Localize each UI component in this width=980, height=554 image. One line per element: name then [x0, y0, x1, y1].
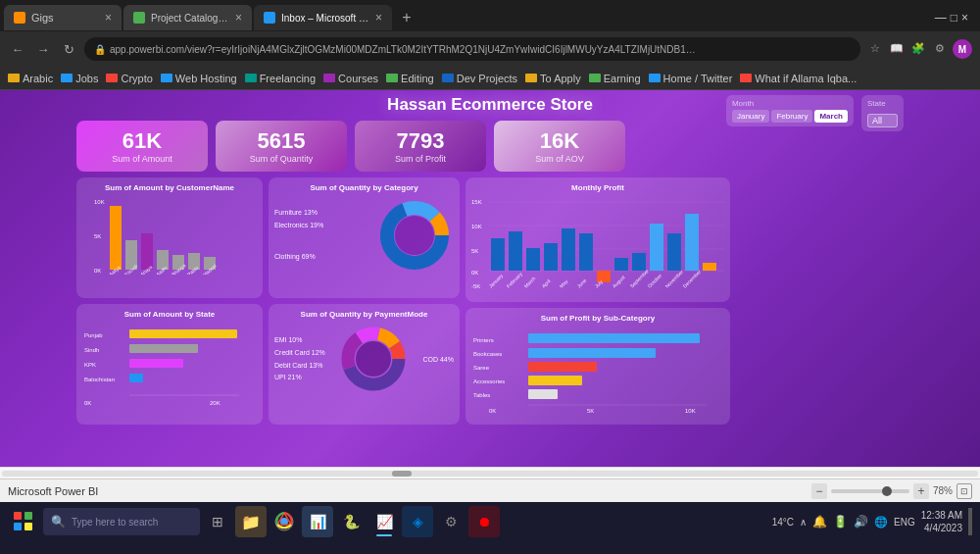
- forward-button[interactable]: →: [33, 39, 53, 59]
- month-january-btn[interactable]: January: [732, 110, 769, 123]
- bookmark-editing[interactable]: Editing: [386, 73, 434, 84]
- bookmark-webhosting-icon: [161, 74, 172, 82]
- svg-text:Bookcases: Bookcases: [473, 351, 502, 357]
- nav-bar: ← → ↻ 🔒 app.powerbi.com/view?r=eyIrIjoiN…: [0, 31, 980, 67]
- bookmark-devprojects[interactable]: Dev Projects: [442, 73, 517, 84]
- bookmark-earning-icon: [589, 74, 601, 82]
- svg-rect-48: [509, 231, 522, 271]
- bookmark-crypto[interactable]: Crypto: [106, 73, 152, 84]
- svg-rect-54: [614, 258, 628, 271]
- taskbar-search-box[interactable]: 🔍 Type here to search: [43, 508, 200, 535]
- show-desktop-button[interactable]: [968, 508, 972, 535]
- bookmark-icon[interactable]: 📖: [888, 39, 906, 57]
- tab-close-powerbi[interactable]: ×: [375, 11, 382, 25]
- svg-text:5K: 5K: [94, 233, 101, 239]
- svg-text:January: January: [487, 273, 504, 289]
- svg-rect-59: [703, 263, 716, 271]
- svg-rect-26: [129, 374, 143, 382]
- zoom-slider[interactable]: [831, 489, 909, 493]
- bookmark-home-twitter[interactable]: Home / Twitter: [649, 73, 733, 84]
- bookmark-editing-label: Editing: [401, 73, 434, 84]
- network-icon[interactable]: 🌐: [874, 516, 888, 529]
- svg-text:-5K: -5K: [471, 283, 480, 289]
- tab-favicon-gigs: [14, 12, 25, 24]
- bookmark-arabic-label: Arabic: [23, 73, 53, 84]
- reload-button[interactable]: ↻: [59, 39, 78, 59]
- task-view-button[interactable]: ⊞: [204, 508, 231, 535]
- settings-icon[interactable]: ⚙: [931, 39, 949, 57]
- tab-powerbi[interactable]: Inbox – Microsoft Power BI ×: [254, 5, 392, 30]
- svg-rect-50: [544, 243, 558, 271]
- bookmark-jobs[interactable]: Jobs: [61, 73, 98, 84]
- tab-close-upwork[interactable]: ×: [235, 11, 242, 25]
- maximize-button[interactable]: □: [951, 11, 957, 25]
- svg-text:May: May: [558, 277, 568, 288]
- taskbar-settings-icon[interactable]: ⚙: [435, 506, 466, 537]
- kpi-amount-label: Sum of Amount: [88, 154, 196, 164]
- bookmark-home-twitter-icon: [649, 74, 661, 82]
- zoom-minus-button[interactable]: −: [811, 483, 827, 499]
- notification-icon[interactable]: 🔔: [812, 515, 827, 529]
- address-bar[interactable]: 🔒 app.powerbi.com/view?r=eyIrIjoiNjA4MGl…: [84, 37, 860, 61]
- bottom-bar: Microsoft Power BI − + 78% ⊡: [0, 478, 980, 502]
- bookmark-courses[interactable]: Courses: [323, 73, 378, 84]
- profit-by-subcategory-title: Sum of Profit by Sub-Category: [471, 314, 724, 323]
- tab-favicon-powerbi: [264, 12, 275, 24]
- svg-rect-58: [685, 214, 699, 271]
- state-select[interactable]: All: [867, 114, 898, 127]
- bookmark-devprojects-icon: [442, 74, 454, 82]
- bookmark-webhosting[interactable]: Web Hosting: [161, 73, 237, 84]
- kpi-aov-value: 16K: [506, 128, 613, 154]
- svg-text:October: October: [646, 273, 662, 289]
- powerbi-app-label: Microsoft Power BI: [8, 485, 98, 497]
- start-button[interactable]: [8, 506, 39, 537]
- taskbar-vscode-icon[interactable]: ◈: [402, 506, 433, 537]
- month-filter: Month January February March: [726, 95, 854, 126]
- minimize-button[interactable]: —: [935, 11, 947, 25]
- bookmark-toapply[interactable]: To Apply: [525, 73, 581, 84]
- new-tab-button[interactable]: +: [394, 5, 419, 30]
- fit-to-screen-button[interactable]: ⊡: [956, 483, 972, 499]
- taskbar-record-icon[interactable]: ⏺: [468, 506, 500, 537]
- bookmark-freelancing[interactable]: Freelancing: [245, 73, 316, 84]
- taskbar-apps: 📁 📊 🐍 📈 ◈: [235, 506, 500, 537]
- scrollbar-thumb[interactable]: [392, 471, 412, 477]
- close-button[interactable]: ×: [961, 11, 968, 25]
- kpi-amount: 61K Sum of Amount: [76, 121, 208, 172]
- zoom-thumb[interactable]: [882, 486, 892, 496]
- bookmark-earning-label: Earning: [604, 73, 641, 84]
- profile-avatar[interactable]: M: [953, 39, 972, 59]
- bookmark-crypto-label: Crypto: [121, 73, 152, 84]
- volume-icon[interactable]: 🔊: [854, 515, 868, 529]
- taskbar-taskbar3-icon[interactable]: 📊: [302, 506, 333, 537]
- tab-bar: Gigs × Project Catalog | Upwork × Inbox …: [0, 0, 980, 31]
- bookmark-allama[interactable]: What if Allama Iqba...: [740, 73, 857, 84]
- svg-text:KPK: KPK: [84, 362, 96, 368]
- svg-text:0K: 0K: [471, 270, 478, 276]
- svg-text:Printers: Printers: [473, 337, 494, 343]
- electronics-label: Electronics 19%: [274, 220, 323, 232]
- amount-by-state-chart: 0K 20K Punjab Sindh KPK Balochistan: [82, 323, 254, 406]
- scrollbar-track[interactable]: [2, 471, 978, 477]
- taskbar-explorer-icon[interactable]: 📁: [235, 506, 267, 537]
- arrow-up-icon[interactable]: ∧: [800, 517, 807, 528]
- taskbar-chrome-icon[interactable]: [269, 506, 300, 537]
- month-february-btn[interactable]: February: [771, 110, 812, 123]
- svg-rect-22: [129, 344, 198, 353]
- bookmark-earning[interactable]: Earning: [589, 73, 641, 84]
- tab-close-gigs[interactable]: ×: [105, 11, 112, 25]
- current-time: 12:38 AM: [921, 509, 962, 522]
- taskbar-powerbi-icon[interactable]: 📈: [368, 506, 400, 537]
- furniture-label: Furniture 13%: [274, 207, 323, 220]
- tab-gigs[interactable]: Gigs ×: [4, 5, 122, 30]
- bookmark-arabic[interactable]: Arabic: [8, 73, 53, 84]
- qty-by-category-card: Sum of Quantity by Category Furniture 13…: [269, 177, 460, 298]
- extensions-icon[interactable]: 🧩: [909, 39, 927, 57]
- tab-upwork[interactable]: Project Catalog | Upwork ×: [123, 5, 252, 30]
- back-button[interactable]: ←: [8, 39, 27, 59]
- taskbar-python-icon[interactable]: 🐍: [335, 506, 367, 537]
- month-march-btn[interactable]: March: [814, 110, 848, 123]
- profit-by-subcategory-card: Sum of Profit by Sub-Category 0K 5K 10K …: [466, 308, 730, 425]
- star-icon[interactable]: ☆: [866, 39, 884, 57]
- zoom-plus-button[interactable]: +: [913, 483, 929, 499]
